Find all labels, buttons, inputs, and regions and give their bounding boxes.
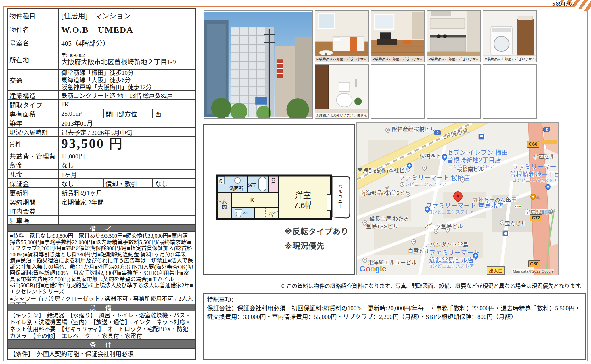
map-badge-route-blue: 2 [543, 127, 550, 132]
google-letter: e [382, 265, 386, 273]
map-label: 備長串屋 わたる [369, 214, 409, 222]
document-number: 5894767 [552, 0, 576, 7]
empty-photo-slot [483, 64, 537, 119]
remarks-body: ■賃料 家具なし:93,500円 家具あり:93,500円■鍵交換代33,000… [8, 232, 195, 304]
photo-caption: ※装飾品はお部屋にございません [315, 113, 368, 118]
row-label: 契約期間 [8, 197, 59, 206]
map-pin-gray-icon[interactable] [421, 165, 428, 171]
map-label: コンビニエンスストア [428, 262, 474, 269]
conditions-body: 【条件】 外国人契約可能・保証会社利用必須 [8, 349, 195, 359]
row-value: なし [59, 160, 195, 169]
map-label: 宝寿ビル [504, 219, 526, 227]
table-row: 賃料 93,500 円 [8, 137, 195, 151]
map-overlay: 阪神産經桜橋ビルJR東西線桜橋西ビル小西ビルセブン-イレブン 梅田曽根崎新地2丁… [357, 123, 558, 275]
living-room-photo[interactable]: ※装飾品はお部屋にございません [371, 10, 425, 62]
table-row: 礼金 1ヶ月 [8, 170, 195, 179]
photo-caption: ※装飾品はお部屋にございません [483, 56, 536, 62]
transit-line: 阪急神戸線「大阪梅田」徒歩12分 [61, 84, 152, 91]
rent-value: 93,500 円 [59, 137, 195, 151]
map-attribution: Map data ©2022 Google [512, 269, 554, 273]
google-letter: G [360, 265, 366, 273]
row-value: 鉄筋コンクリート造 地上13階 総戸数82戸 [59, 91, 195, 99]
floorplan-vanity-label: 洗面所 [229, 185, 243, 191]
google-letter: o [371, 265, 375, 273]
row-label: 交通 [8, 70, 59, 90]
floorplan-washer-label: 洗 [218, 178, 222, 183]
table-row: 町内会費 [8, 206, 195, 216]
map-badge-route-orange: C80 [528, 260, 540, 267]
kitchen-illustration [427, 11, 480, 62]
row-label: 専有面積 [8, 109, 59, 118]
laundry-photo[interactable]: ※装飾品はお部屋にございません [483, 10, 537, 62]
row-label: 号室名 [8, 36, 59, 49]
map-pin-gray-icon[interactable] [362, 257, 368, 263]
floorplan-note-reversed: ※反転タイプあり [285, 225, 349, 237]
photo-caption: ※装飾品はお部屋にございません [371, 56, 424, 62]
toilet-illustration [315, 65, 368, 118]
bedroom-illustration [315, 11, 368, 62]
table-row: 間取タイプ 1K [8, 100, 195, 109]
map[interactable]: 阪神産經桜橋ビルJR東西線桜橋西ビル小西ビルセブン-イレブン 梅田曽根崎新地2丁… [356, 122, 559, 275]
row-value: 新賃料の1ヶ月 [59, 188, 195, 197]
map-badge-route-orange: C60 [527, 141, 539, 148]
row-label: 敷金 [8, 160, 59, 169]
map-pin-orange-icon[interactable] [529, 193, 537, 200]
floorplan-wc-label: WC [243, 210, 250, 215]
row-label: 所在地 [8, 49, 59, 69]
row-label: 駐車場 [8, 216, 59, 224]
disclaimer-note: ※ この資料は物件の概略紹介資料になります。写真、間取図面、設備、概要などが現況… [203, 282, 586, 290]
map-pin-station-icon[interactable] [479, 133, 485, 139]
map-pin-gray-icon[interactable] [385, 127, 391, 133]
map-label: オーク堂島ビル [425, 222, 463, 230]
map-badge-route-orange: C72 [530, 214, 542, 221]
row-label: 建築構造 [8, 91, 59, 99]
kitchen-photo[interactable]: ※装飾品はお部屋にございません [427, 10, 481, 62]
remarks-header: 備 考 [8, 225, 195, 232]
row-label: 物件種目 [8, 9, 59, 22]
floorplan-closet-label: CL [270, 178, 276, 185]
map-pin-station-icon[interactable] [503, 231, 509, 237]
row-value: 405（4階部分） [59, 36, 195, 49]
remarks-text: ■賃料 家具なし:93,500円 家具あり:93,500円■鍵交換代33,000… [10, 233, 193, 295]
photo-caption: ※装飾品はお部屋にございません [315, 56, 368, 62]
floor-plan[interactable]: 洗 洗面所 浴室 CL 玄関 K WC 冷 洋室 7.6帖 バルコニー ※反転タ… [203, 124, 355, 275]
table-row: 駐車場 [8, 216, 195, 225]
google-letter: g [375, 265, 380, 273]
conditions-header: 条 件 [8, 340, 195, 349]
row-label: 築年 [8, 118, 59, 127]
map-label: コンビニエンスストア [512, 177, 558, 183]
table-row: 更新料 新賃料の1ヶ月 [8, 188, 195, 197]
row-label: 礼金 [8, 170, 59, 178]
laundry-illustration [483, 11, 536, 62]
map-label: コンビニエンスストア [428, 208, 474, 215]
map-pin-traffic-icon[interactable] [514, 205, 521, 208]
map-badge-exit: 出入口 [487, 266, 505, 275]
building-exterior-photo[interactable] [204, 10, 313, 119]
google-logo: Google [360, 265, 386, 273]
row-value: 御堂筋線「梅田」徒歩10分 東海道線「大阪」徒歩6分 阪急神戸線「大阪梅田」徒歩… [59, 70, 195, 90]
map-pin-gray-icon[interactable] [410, 238, 417, 245]
table-row: 交通 御堂筋線「梅田」徒歩10分 東海道線「大阪」徒歩6分 阪急神戸線「大阪梅田… [8, 70, 195, 91]
floorplan-balcony-label: バルコニー [337, 185, 343, 209]
row-value: 1K [59, 100, 195, 109]
table-row: 契約期間 定期借家 2年間 [8, 197, 195, 206]
empty-photo-slot [371, 64, 425, 119]
row-label: 町内会費 [8, 206, 59, 215]
row-value [59, 216, 195, 224]
map-pin-blue-icon[interactable] [544, 183, 552, 191]
table-row: 号室名 405（4階部分） [8, 36, 195, 49]
special-notes-title: 特記事項： [207, 295, 581, 304]
table-row: 築年 2013年01月 [8, 118, 195, 128]
toilet-photo[interactable]: ※装飾品はお部屋にございません [315, 64, 369, 119]
row-value: 退去予定 / 2026年5月中旬 [59, 128, 195, 136]
floorplan-note-current: ※現況優先 [285, 240, 325, 251]
postal-code: 〒530-0002 [61, 53, 85, 58]
photo-caption: ※装飾品はお部屋にございません [427, 56, 480, 62]
map-label: 白雲ビル [408, 247, 430, 254]
bedroom-photo[interactable]: ※装飾品はお部屋にございません [315, 10, 369, 62]
transit-line: 御堂筋線「梅田」徒歩10分 [61, 69, 134, 76]
table-row: 物件種目 [住居用] マンション [8, 9, 195, 22]
google-letter: o [366, 265, 371, 273]
map-label: コンビニエンスストア [400, 181, 446, 187]
table-row: 所在地 〒530-0002 大阪府大阪市北区曾根崎新地２丁目1-9 [8, 49, 195, 70]
